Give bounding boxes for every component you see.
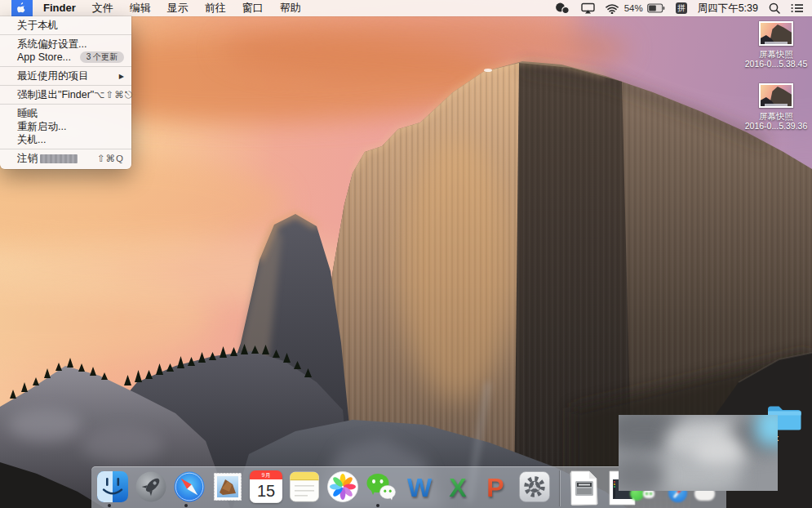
- menu-separator: [0, 85, 131, 86]
- dock-icon-word[interactable]: W: [403, 470, 436, 503]
- apple-menu-dropdown: 关于本机 系统偏好设置... App Store...3 个更新 最近使用的项目…: [0, 16, 131, 169]
- dock-icon-document-stack[interactable]: [568, 470, 601, 503]
- menu-separator: [0, 149, 131, 149]
- battery-icon[interactable]: [647, 3, 665, 13]
- desktop-file-screenshot-1[interactable]: 屏幕快照2016-0...5.38.45: [741, 21, 811, 69]
- menu-bar-clock[interactable]: 周四下午5:39: [698, 2, 758, 16]
- menu-item-about-this-mac[interactable]: 关于本机: [0, 19, 131, 32]
- submenu-arrow-icon: ▶: [119, 73, 124, 80]
- menu-item-shut-down[interactable]: 关机...: [0, 133, 131, 146]
- running-indicator-finder: [108, 504, 111, 507]
- menu-item-recent-items[interactable]: 最近使用的项目▶: [0, 69, 131, 82]
- redacted-region: [619, 415, 778, 491]
- input-method-icon[interactable]: 拼: [676, 2, 687, 14]
- dock-icon-powerpoint[interactable]: P: [480, 470, 512, 503]
- menu-item-system-preferences[interactable]: 系统偏好设置...: [0, 38, 131, 51]
- dock-icon-photos[interactable]: [326, 470, 359, 503]
- apple-menu-button[interactable]: [11, 0, 33, 16]
- desktop-file-screenshot-2[interactable]: 屏幕快照2016-0...5.39.36: [741, 83, 811, 131]
- notification-center-icon[interactable]: [791, 3, 804, 13]
- menu-separator: [0, 104, 131, 105]
- dock-icon-notes[interactable]: [288, 470, 321, 503]
- dock-icon-launchpad[interactable]: [135, 470, 167, 503]
- menu-help[interactable]: 帮助: [272, 0, 309, 16]
- menu-item-restart[interactable]: 重新启动...: [0, 120, 131, 133]
- menu-item-log-out[interactable]: 注销⇧⌘Q: [0, 152, 131, 165]
- dock-icon-system-preferences[interactable]: [518, 470, 551, 503]
- menu-item-force-quit[interactable]: 强制退出"Finder"⌥⇧⌘⎋: [0, 88, 131, 101]
- running-indicator-wechat: [376, 504, 379, 507]
- running-indicator-safari: [184, 504, 188, 507]
- calendar-month: 9月: [250, 470, 282, 479]
- menu-edit[interactable]: 编辑: [122, 0, 159, 16]
- spotlight-icon[interactable]: [769, 2, 780, 14]
- menu-finder[interactable]: Finder: [35, 0, 84, 16]
- menu-separator: [0, 66, 131, 67]
- menu-item-app-store[interactable]: App Store...3 个更新: [0, 51, 131, 64]
- dock-icon-excel[interactable]: X: [441, 470, 474, 503]
- apple-logo-icon: [17, 2, 28, 15]
- menu-item-sleep[interactable]: 睡眠: [0, 107, 131, 120]
- calendar-day: 15: [250, 479, 282, 503]
- menu-separator: [0, 34, 131, 35]
- screenshot-thumbnail: [759, 21, 793, 46]
- svg-text:X: X: [449, 473, 467, 502]
- wifi-icon[interactable]: [606, 3, 619, 14]
- svg-text:P: P: [486, 473, 504, 502]
- screenshot-thumbnail: [759, 83, 793, 108]
- menu-file[interactable]: 文件: [84, 0, 122, 16]
- battery-percent: 54%: [624, 3, 643, 13]
- redacted-username: [40, 154, 78, 163]
- update-count-badge: 3 个更新: [80, 51, 124, 63]
- menu-window[interactable]: 窗口: [234, 0, 272, 16]
- wechat-status-icon[interactable]: [555, 2, 570, 15]
- menu-view[interactable]: 显示: [159, 0, 197, 16]
- dock-icon-wechat[interactable]: [365, 470, 397, 503]
- dock-icon-safari[interactable]: [173, 470, 206, 503]
- dock-icon-finder[interactable]: [96, 470, 129, 503]
- svg-text:W: W: [407, 473, 433, 502]
- dock-icon-calendar[interactable]: 9月 15: [250, 470, 282, 503]
- menu-bar: Finder 文件 编辑 显示 前往 窗口 帮助 54% 拼 周四下午5:39: [0, 0, 812, 16]
- menu-go[interactable]: 前往: [197, 0, 234, 16]
- dock-divider: [559, 470, 560, 506]
- dock-icon-mail[interactable]: [211, 470, 244, 503]
- menu-bar-status-area: 54% 拼 周四下午5:39: [555, 2, 804, 16]
- airplay-icon[interactable]: [581, 2, 595, 14]
